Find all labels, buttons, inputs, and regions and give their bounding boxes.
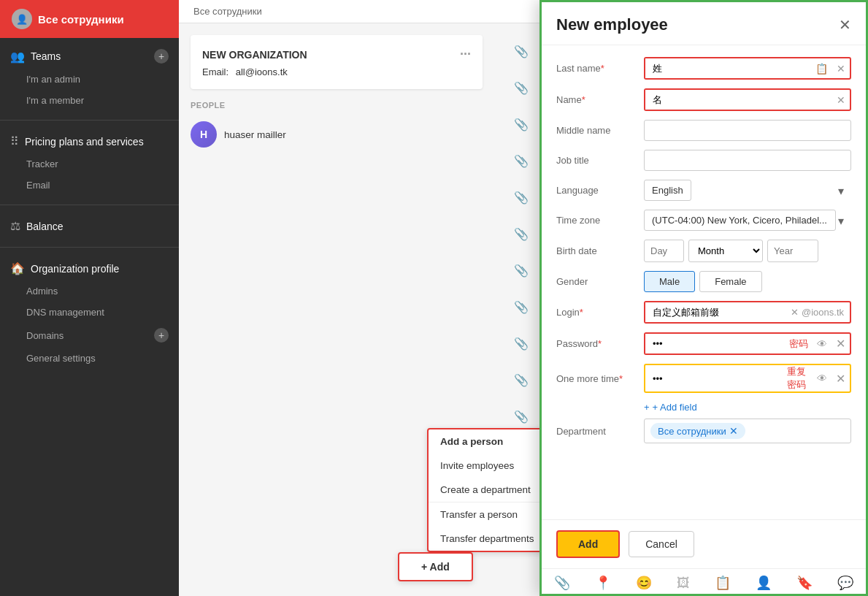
last-name-input-wrapper: 📋 ✕: [644, 57, 851, 80]
job-title-input[interactable]: [644, 150, 851, 171]
sidebar-item-email[interactable]: Email: [0, 175, 179, 196]
org-name: NEW ORGANIZATION ···: [202, 47, 471, 62]
paperclip-icon-10[interactable]: 📎: [510, 362, 532, 398]
login-clear-icon[interactable]: ✕: [791, 307, 799, 318]
last-name-input[interactable]: [645, 58, 811, 78]
gender-male-button[interactable]: Male: [644, 271, 695, 292]
sidebar-item-admin[interactable]: I'm an admin: [0, 69, 179, 90]
omt-toggle-icon[interactable]: 👁: [813, 372, 831, 384]
birth-year-input[interactable]: [767, 240, 818, 262]
add-domain-button[interactable]: +: [154, 328, 169, 343]
modal-close-button[interactable]: ✕: [839, 16, 851, 34]
balance-icon: ⚖: [10, 219, 20, 233]
paperclip-icon-3[interactable]: 📎: [510, 106, 532, 142]
org-card: NEW ORGANIZATION ··· Email: all@ioons.tk: [191, 35, 483, 89]
balance-section: ⚖ Balance: [0, 208, 179, 244]
admins-label: Admins: [26, 286, 58, 297]
org-more-button[interactable]: ···: [460, 47, 471, 62]
login-row: Login* ✕ @ioons.tk: [556, 301, 851, 324]
gender-female-button[interactable]: Female: [699, 271, 761, 292]
birth-date-label: Birth date: [556, 245, 637, 256]
pricing-label: Pricing plans and services: [25, 136, 144, 148]
birth-month-select[interactable]: Month JanuaryFebruaryMarch AprilMayJune …: [688, 240, 763, 262]
language-select[interactable]: English: [644, 180, 691, 201]
home-icon: 🏠: [10, 261, 25, 275]
sidebar: 👤 Все сотрудники 👥 Teams + I'm an admin …: [0, 0, 179, 596]
sidebar-item-member[interactable]: I'm a member: [0, 90, 179, 111]
language-label: Language: [556, 185, 637, 196]
birth-day-input[interactable]: [644, 240, 684, 262]
paperclip-icon-5[interactable]: 📎: [510, 179, 532, 215]
member-label: I'm a member: [26, 95, 84, 106]
tracker-label: Tracker: [26, 158, 58, 169]
sidebar-item-teams[interactable]: 👥 Teams +: [0, 44, 179, 69]
pricing-section: ⠿ Pricing plans and services Tracker Ema…: [0, 123, 179, 202]
current-user-header[interactable]: 👤 Все сотрудники: [0, 0, 179, 38]
language-select-wrapper: English: [644, 180, 851, 201]
person-name: huaser mailler: [224, 129, 286, 140]
last-name-clear-icon[interactable]: ✕: [832, 63, 850, 74]
add-team-button[interactable]: +: [154, 49, 169, 64]
bottom-icon-emoji[interactable]: 😊: [636, 575, 652, 591]
sidebar-item-dns[interactable]: DNS management: [0, 302, 179, 323]
birth-date-inputs: Month JanuaryFebruaryMarch AprilMayJune …: [644, 240, 851, 262]
domains-label: Domains: [26, 330, 64, 341]
sidebar-item-org-profile[interactable]: 🏠 Organization profile: [0, 256, 179, 280]
bottom-icon-image[interactable]: 🖼: [677, 576, 690, 591]
middle-name-label: Middle name: [556, 125, 637, 136]
user-avatar-icon: 👤: [12, 9, 32, 29]
department-remove-button[interactable]: ✕: [729, 425, 738, 437]
password-clear-icon[interactable]: ✕: [831, 337, 850, 351]
login-input[interactable]: [645, 302, 791, 322]
last-name-save-icon[interactable]: 📋: [811, 63, 832, 74]
bottom-icon-bookmark[interactable]: 🔖: [796, 575, 813, 591]
modal-add-button[interactable]: Add: [556, 530, 620, 558]
bottom-icon-pin[interactable]: 📍: [595, 575, 611, 591]
sidebar-item-tracker[interactable]: Tracker: [0, 153, 179, 175]
add-field-label: + Add field: [653, 402, 697, 413]
name-input[interactable]: [645, 90, 832, 110]
add-button[interactable]: + Add: [398, 552, 473, 581]
job-title-label: Job title: [556, 155, 637, 166]
omt-input[interactable]: [645, 369, 783, 389]
sidebar-item-balance[interactable]: ⚖ Balance: [0, 214, 179, 238]
password-input[interactable]: [645, 334, 785, 354]
middle-name-input[interactable]: [644, 120, 851, 141]
modal-footer: Add Cancel: [542, 519, 866, 568]
name-row: Name* ✕: [556, 88, 851, 111]
timezone-select[interactable]: (UTC-04:00) New York, Cicero, Philadel..…: [644, 210, 836, 231]
paperclip-icon-2[interactable]: 📎: [510, 69, 532, 106]
one-more-time-row: One more time* 重复密码 👁 ✕: [556, 364, 851, 393]
omt-clear-icon[interactable]: ✕: [831, 372, 850, 386]
paperclip-icon-1[interactable]: 📎: [510, 33, 532, 69]
name-clear-icon[interactable]: ✕: [832, 94, 850, 106]
sidebar-item-admins[interactable]: Admins: [0, 280, 179, 302]
timezone-row: Time zone (UTC-04:00) New York, Cicero, …: [556, 210, 851, 231]
job-title-row: Job title: [556, 150, 851, 171]
department-field[interactable]: Все сотрудники ✕: [644, 419, 851, 443]
sidebar-item-general-settings[interactable]: General settings: [0, 348, 179, 369]
person-avatar: H: [191, 121, 217, 148]
gender-buttons: Male Female: [644, 271, 851, 292]
paperclip-icon-7[interactable]: 📎: [510, 252, 532, 289]
modal-cancel-button[interactable]: Cancel: [629, 531, 694, 557]
add-field-link[interactable]: + + Add field: [556, 402, 851, 413]
divider-2: [0, 205, 179, 205]
divider-3: [0, 247, 179, 248]
paperclip-icon-4[interactable]: 📎: [510, 142, 532, 179]
bottom-icon-clip[interactable]: 📎: [554, 575, 570, 591]
bottom-icon-chat[interactable]: 💬: [837, 575, 853, 591]
sidebar-item-domains[interactable]: Domains +: [0, 323, 179, 348]
password-hint: 密码: [785, 337, 813, 351]
bottom-icon-clipboard[interactable]: 📋: [715, 575, 731, 591]
birth-date-row: Birth date Month JanuaryFebruaryMarch Ap…: [556, 240, 851, 262]
sidebar-item-pricing[interactable]: ⠿ Pricing plans and services: [0, 129, 179, 153]
paperclip-icon-9[interactable]: 📎: [510, 325, 532, 362]
gender-label: Gender: [556, 276, 637, 287]
password-toggle-icon[interactable]: 👁: [813, 338, 831, 350]
bottom-icon-user[interactable]: 👤: [756, 575, 772, 591]
paperclip-icon-6[interactable]: 📎: [510, 215, 532, 252]
org-email: Email: all@ioons.tk: [202, 66, 471, 77]
paperclip-icon-8[interactable]: 📎: [510, 289, 532, 325]
login-label: Login*: [556, 307, 637, 318]
